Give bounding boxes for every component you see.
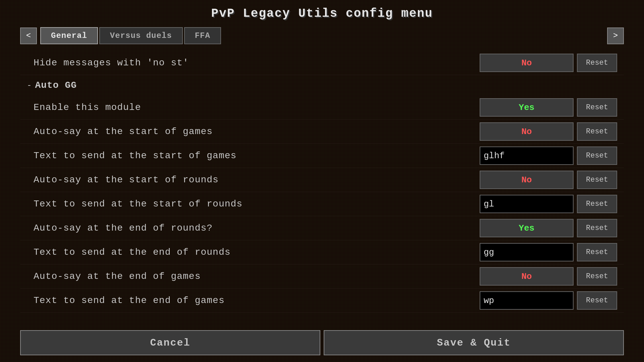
- cancel-button[interactable]: Cancel: [20, 330, 320, 355]
- hidden-messages-control: No Reset: [480, 54, 617, 72]
- input-text-start-rounds[interactable]: [480, 195, 574, 213]
- tabs: General Versus duels FFA: [37, 27, 607, 44]
- toggle-autosay-end-rounds[interactable]: Yes: [480, 219, 574, 237]
- label-autosay-end-games: Auto-say at the end of games: [27, 271, 480, 282]
- label-autosay-start-rounds: Auto-say at the start of rounds: [27, 175, 480, 185]
- content-area: Hide messages with 'no st' No Reset - Au…: [20, 51, 624, 325]
- row-autosay-start-rounds: Auto-say at the start of rounds No Reset: [20, 168, 624, 192]
- label-autosay-end-rounds: Auto-say at the end of rounds?: [27, 223, 480, 233]
- reset-enable-module[interactable]: Reset: [577, 98, 617, 117]
- control-text-end-rounds: Reset: [480, 243, 617, 261]
- input-text-start-games[interactable]: [480, 146, 574, 165]
- control-autosay-start-games: No Reset: [480, 122, 617, 141]
- toggle-enable-module[interactable]: Yes: [480, 98, 574, 117]
- label-text-start-games: Text to send at the start of games: [27, 150, 480, 161]
- nav-left-arrow[interactable]: <: [20, 27, 37, 44]
- label-text-end-rounds: Text to send at the end of rounds: [27, 247, 480, 257]
- toggle-autosay-start-games[interactable]: No: [480, 122, 574, 141]
- row-text-end-rounds: Text to send at the end of rounds Reset: [20, 240, 624, 264]
- control-autosay-start-rounds: No Reset: [480, 171, 617, 189]
- label-text-start-rounds: Text to send at the start of rounds: [27, 199, 480, 209]
- reset-autosay-start-rounds[interactable]: Reset: [577, 171, 617, 189]
- reset-text-start-games[interactable]: Reset: [577, 146, 617, 165]
- control-autosay-end-rounds: Yes Reset: [480, 219, 617, 237]
- input-text-end-games[interactable]: [480, 291, 574, 310]
- control-text-end-games: Reset: [480, 291, 617, 310]
- row-autosay-start-games: Auto-say at the start of games No Reset: [20, 120, 624, 144]
- hidden-messages-reset[interactable]: Reset: [577, 54, 617, 72]
- control-text-start-rounds: Reset: [480, 195, 617, 213]
- toggle-autosay-end-games[interactable]: No: [480, 267, 574, 286]
- reset-autosay-end-games[interactable]: Reset: [577, 267, 617, 286]
- hidden-messages-label: Hide messages with 'no st': [27, 58, 480, 68]
- row-autosay-end-games: Auto-say at the end of games No Reset: [20, 264, 624, 289]
- tab-ffa[interactable]: FFA: [184, 27, 221, 44]
- row-text-start-games: Text to send at the start of games Reset: [20, 144, 624, 168]
- hidden-messages-toggle[interactable]: No: [480, 54, 574, 72]
- auto-gg-header-label: Auto GG: [35, 80, 77, 90]
- page-title: PvP Legacy Utils config menu: [211, 7, 433, 20]
- row-autosay-end-rounds: Auto-say at the end of rounds? Yes Reset: [20, 216, 624, 240]
- nav-right-arrow[interactable]: >: [607, 27, 624, 44]
- control-text-start-games: Reset: [480, 146, 617, 165]
- bottom-buttons: Cancel Save & Quit: [20, 325, 624, 362]
- reset-autosay-end-rounds[interactable]: Reset: [577, 219, 617, 237]
- reset-autosay-start-games[interactable]: Reset: [577, 122, 617, 141]
- control-autosay-end-games: No Reset: [480, 267, 617, 286]
- auto-gg-collapse-icon[interactable]: -: [27, 81, 32, 90]
- tab-versus-duels[interactable]: Versus duels: [99, 27, 183, 44]
- toggle-autosay-start-rounds[interactable]: No: [480, 171, 574, 189]
- tab-general[interactable]: General: [40, 27, 98, 44]
- scroll-container[interactable]: Hide messages with 'no st' No Reset - Au…: [20, 51, 624, 325]
- label-autosay-start-games: Auto-say at the start of games: [27, 126, 480, 137]
- row-text-end-games: Text to send at the end of games Reset: [20, 289, 624, 313]
- label-enable-module: Enable this module: [27, 102, 480, 113]
- reset-text-start-rounds[interactable]: Reset: [577, 195, 617, 213]
- reset-text-end-games[interactable]: Reset: [577, 291, 617, 310]
- control-enable-module: Yes Reset: [480, 98, 617, 117]
- hidden-messages-row: Hide messages with 'no st' No Reset: [20, 51, 624, 75]
- reset-text-end-rounds[interactable]: Reset: [577, 243, 617, 261]
- row-enable-module: Enable this module Yes Reset: [20, 96, 624, 120]
- auto-gg-section-header: - Auto GG: [20, 75, 624, 96]
- input-text-end-rounds[interactable]: [480, 243, 574, 261]
- label-text-end-games: Text to send at the end of games: [27, 295, 480, 306]
- save-quit-button[interactable]: Save & Quit: [324, 330, 624, 355]
- row-text-start-rounds: Text to send at the start of rounds Rese…: [20, 192, 624, 216]
- tabs-container: < General Versus duels FFA >: [20, 27, 624, 44]
